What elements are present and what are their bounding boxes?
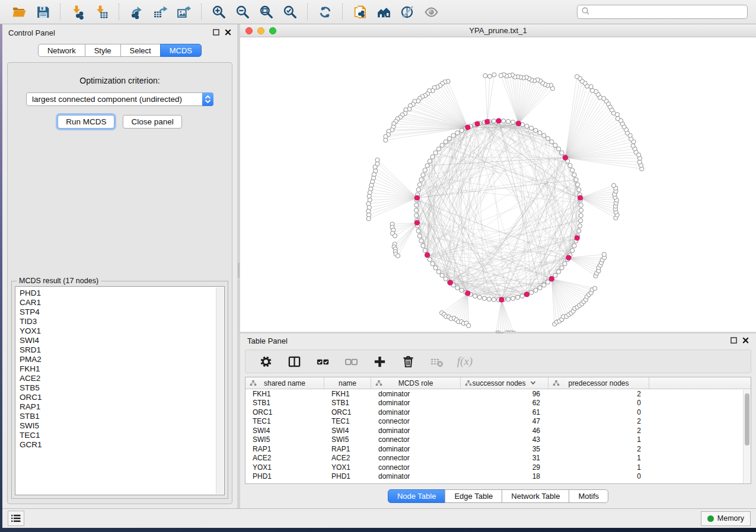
mcds-result-item[interactable]: GCR1	[15, 440, 224, 450]
table-cell[interactable]: TEC1	[324, 417, 371, 425]
table-cell[interactable]: ACE2	[245, 454, 324, 462]
vertical-splitter-handle[interactable]	[238, 262, 240, 278]
table-cell[interactable]: ORC1	[245, 408, 324, 416]
import-network-icon[interactable]	[69, 3, 87, 21]
zoom-fit-icon[interactable]	[257, 3, 275, 21]
mcds-result-item[interactable]: STP4	[15, 307, 224, 317]
table-cell[interactable]: 2	[548, 417, 649, 425]
table-cell[interactable]: SWI4	[245, 427, 324, 435]
table-cell[interactable]: ACE2	[324, 454, 371, 462]
table-cell[interactable]: SWI5	[324, 435, 371, 444]
mcds-result-item[interactable]: SWI4	[15, 336, 224, 345]
mcds-result-item[interactable]: FKH1	[15, 364, 224, 374]
trash-icon[interactable]	[401, 354, 415, 368]
table-scrollbar[interactable]	[743, 390, 751, 483]
tab-mcds[interactable]: MCDS	[160, 44, 202, 57]
table-row[interactable]: ACE2ACE2connector311	[245, 454, 751, 463]
table-cell[interactable]: STB1	[245, 399, 324, 407]
table-cell[interactable]: 2	[548, 445, 649, 453]
table-cell[interactable]: 18	[461, 472, 548, 480]
table-row[interactable]: ORC1ORC1dominator610	[245, 408, 751, 417]
mcds-result-item[interactable]: SRD1	[15, 345, 224, 355]
table-cell[interactable]: 0	[548, 472, 649, 480]
table-cell[interactable]: FKH1	[245, 390, 324, 398]
table-tab-motifs[interactable]: Motifs	[569, 489, 608, 503]
table-cell[interactable]: connector	[371, 417, 461, 425]
memory-button[interactable]: Memory	[701, 511, 751, 526]
mcds-result-item[interactable]: STB5	[15, 383, 224, 393]
hide-payload-icon[interactable]	[398, 3, 416, 21]
table-row[interactable]: SWI4SWI4dominator462	[245, 426, 751, 435]
table-cell[interactable]: YOX1	[245, 463, 324, 472]
tab-network[interactable]: Network	[38, 44, 85, 57]
column-header-name[interactable]: name	[324, 377, 371, 389]
table-cell[interactable]: 1	[548, 463, 649, 472]
table-cell[interactable]: dominator	[371, 427, 461, 435]
save-icon[interactable]	[34, 3, 52, 21]
table-cell[interactable]: 1	[548, 435, 649, 444]
tab-select[interactable]: Select	[120, 44, 161, 57]
column-header-MCDS-role[interactable]: MCDS role	[371, 377, 461, 389]
table-cell[interactable]: 0	[548, 399, 649, 407]
table-scrollbar-thumb[interactable]	[745, 393, 749, 446]
table-cell[interactable]: connector	[371, 454, 461, 462]
table-cell[interactable]: SWI5	[245, 435, 324, 444]
table-cell[interactable]: dominator	[371, 408, 461, 416]
run-mcds-button[interactable]: Run MCDS	[58, 115, 114, 129]
export-network-icon[interactable]	[127, 3, 145, 21]
table-cell[interactable]: RAP1	[324, 445, 371, 453]
table-row[interactable]: PHD1PHD1dominator180	[245, 472, 751, 482]
table-row[interactable]: RAP1RAP1dominator352	[245, 444, 751, 454]
network-file-icon[interactable]	[351, 3, 369, 21]
table-cell[interactable]: 0	[548, 408, 649, 416]
column-header-successor-nodes[interactable]: successor nodes	[461, 377, 548, 389]
task-history-button[interactable]	[8, 511, 24, 526]
table-row[interactable]: TEC1TEC1connector472	[245, 417, 751, 427]
columns-icon[interactable]	[287, 354, 301, 368]
table-cell[interactable]: RAP1	[245, 445, 324, 453]
table-row[interactable]: YOX1YOX1connector291	[245, 463, 751, 472]
table-cell[interactable]: 31	[461, 454, 548, 462]
table-row[interactable]: SWI5SWI5connector431	[245, 435, 751, 445]
table-tab-edge-table[interactable]: Edge Table	[445, 489, 502, 503]
mcds-result-item[interactable]: ACE2	[15, 374, 224, 383]
mcds-result-item[interactable]: RAP1	[15, 402, 224, 412]
table-row[interactable]: FKH1FKH1dominator962	[245, 389, 751, 399]
mcds-result-item[interactable]: ORC1	[15, 393, 224, 402]
unselect-all-icon[interactable]	[344, 354, 358, 368]
select-all-icon[interactable]	[315, 354, 330, 368]
table-cell[interactable]: 96	[461, 390, 548, 398]
table-cell[interactable]: connector	[371, 435, 461, 444]
column-header-shared-name[interactable]: shared name	[245, 377, 324, 389]
table-cell[interactable]: dominator	[371, 390, 461, 398]
export-table-icon[interactable]	[151, 3, 169, 21]
network-window-titlebar[interactable]: YPA_prune.txt_1	[240, 24, 756, 37]
table-cell[interactable]: PHD1	[324, 472, 371, 480]
zoom-out-icon[interactable]	[234, 3, 251, 21]
table-cell[interactable]: TEC1	[245, 417, 324, 425]
search-field[interactable]	[577, 5, 748, 19]
close-icon[interactable]	[225, 28, 231, 37]
criterion-select[interactable]: largest connected component (undirected)	[26, 92, 213, 106]
table-cell[interactable]: dominator	[371, 445, 461, 453]
table-cell[interactable]: YOX1	[324, 463, 371, 472]
export-image-icon[interactable]	[175, 3, 193, 21]
table-cell[interactable]: 35	[461, 445, 548, 453]
add-icon[interactable]	[372, 354, 387, 368]
open-folder-icon[interactable]	[10, 3, 28, 21]
table-cell[interactable]: 43	[461, 435, 548, 444]
table-row[interactable]: STB1STB1dominator620	[245, 399, 751, 408]
float-icon[interactable]	[213, 28, 219, 37]
table-cell[interactable]: FKH1	[324, 390, 371, 398]
table-cell[interactable]: ORC1	[324, 408, 371, 416]
table-cell[interactable]: STB1	[324, 399, 371, 407]
column-header-predecessor-nodes[interactable]: predecessor nodes	[548, 377, 649, 389]
table-cell[interactable]: SWI4	[324, 427, 371, 435]
table-cell[interactable]: 61	[461, 408, 548, 416]
network-graph[interactable]	[240, 37, 756, 332]
table-cell[interactable]: dominator	[371, 472, 461, 480]
mcds-list-scrollbar[interactable]	[216, 287, 224, 494]
mcds-result-item[interactable]: YOX1	[15, 326, 224, 336]
refresh-icon[interactable]	[316, 3, 334, 21]
mcds-result-item[interactable]: PMA2	[15, 355, 224, 364]
